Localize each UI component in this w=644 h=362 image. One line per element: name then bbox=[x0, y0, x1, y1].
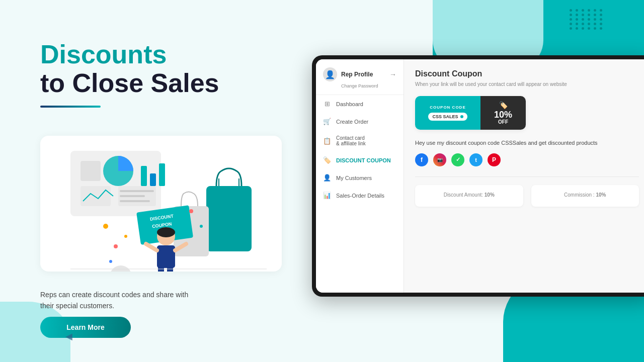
my-customers-icon: 👤 bbox=[323, 174, 331, 182]
svg-point-27 bbox=[114, 244, 118, 248]
svg-rect-8 bbox=[120, 190, 154, 192]
coupon-code-badge: CSS SALES bbox=[428, 113, 467, 121]
sidebar-item-discount-coupon[interactable]: 🏷️ DISCOUNT COUPON bbox=[316, 151, 404, 169]
change-password-link[interactable]: Change Password bbox=[341, 83, 396, 88]
coupon-left: COUPON CODE CSS SALES bbox=[415, 96, 480, 130]
stat-card-commission: Commission : 10% bbox=[531, 185, 639, 207]
divider bbox=[415, 176, 639, 177]
create-order-icon: 🛒 bbox=[323, 118, 331, 125]
discount-off: OFF bbox=[498, 119, 508, 125]
coupon-right: 🏷️ 10% OFF bbox=[480, 96, 526, 130]
discount-percent: 10% bbox=[494, 110, 512, 119]
svg-point-19 bbox=[157, 227, 175, 237]
page-title: Discount Coupon bbox=[415, 69, 639, 78]
discount-tag-icon: 🏷️ bbox=[499, 101, 508, 109]
sales-order-icon: 📊 bbox=[323, 192, 331, 199]
stats-row: Discount Amount: 10% Commission : 10% bbox=[415, 185, 639, 207]
dashboard-icon: ⊞ bbox=[323, 100, 331, 108]
svg-rect-9 bbox=[120, 195, 145, 197]
share-text: Hey use my discount coupon code CSSSales… bbox=[415, 139, 639, 147]
main-content: Discount Coupon When your link will be u… bbox=[404, 59, 644, 293]
coupon-code-text: CSS SALES bbox=[432, 114, 458, 119]
pinterest-icon[interactable]: P bbox=[488, 153, 501, 166]
svg-point-29 bbox=[189, 209, 193, 213]
stat-commission-label: Commission : 10% bbox=[539, 192, 631, 198]
my-customers-label: My Customers bbox=[336, 175, 372, 181]
sidebar-item-dashboard[interactable]: ⊞ Dashboard bbox=[316, 95, 404, 113]
title-colored: Discounts bbox=[40, 40, 292, 69]
svg-rect-1 bbox=[80, 161, 101, 181]
left-panel: Discounts to Close Sales bbox=[40, 40, 292, 120]
create-order-label: Create Order bbox=[336, 119, 368, 125]
coupon-label: COUPON CODE bbox=[430, 105, 465, 110]
svg-rect-5 bbox=[159, 163, 165, 186]
dots-decoration bbox=[570, 9, 604, 30]
left-arrow-icon: ◀ bbox=[65, 331, 72, 342]
svg-point-31 bbox=[109, 260, 112, 263]
badge-dot bbox=[460, 115, 463, 118]
description-text: Reps can create discount codes and share… bbox=[40, 289, 201, 312]
title-underline bbox=[40, 106, 101, 108]
tablet-inner: 👤 Rep Profile → Change Password ⊞ Dashbo… bbox=[316, 59, 644, 293]
dashboard-label: Dashboard bbox=[336, 101, 363, 107]
svg-rect-4 bbox=[150, 173, 156, 186]
sidebar-item-sales-order[interactable]: 📊 Sales-Order Details bbox=[316, 187, 404, 204]
discount-coupon-label: DISCOUNT COUPON bbox=[336, 157, 391, 163]
svg-rect-20 bbox=[157, 245, 175, 268]
instagram-icon[interactable]: 📷 bbox=[433, 153, 446, 166]
contact-card-label: Contact card& affiliate link bbox=[336, 135, 366, 146]
stat-discount-label: Discount Amount: 10% bbox=[423, 192, 515, 198]
profile-section: 👤 Rep Profile → Change Password bbox=[316, 59, 404, 95]
whatsapp-icon[interactable]: ✓ bbox=[451, 153, 464, 166]
app-sidebar: 👤 Rep Profile → Change Password ⊞ Dashbo… bbox=[316, 59, 404, 293]
svg-point-33 bbox=[110, 265, 132, 272]
twitter-icon[interactable]: t bbox=[469, 153, 482, 166]
sidebar-item-create-order[interactable]: 🛒 Create Order bbox=[316, 113, 404, 130]
sales-order-label: Sales-Order Details bbox=[336, 193, 384, 199]
cta-button[interactable]: Learn More bbox=[40, 317, 131, 338]
profile-name: Rep Profile bbox=[341, 71, 389, 78]
coupon-card: COUPON CODE CSS SALES 🏷️ 10% OFF bbox=[415, 96, 526, 130]
illustration-area: DISCOUNT COUPON % bbox=[40, 136, 282, 272]
svg-line-25 bbox=[146, 244, 157, 250]
discount-coupon-icon: 🏷️ bbox=[323, 156, 331, 164]
svg-point-32 bbox=[103, 224, 108, 229]
svg-rect-10 bbox=[120, 200, 150, 202]
title-dark: to Close Sales bbox=[40, 69, 292, 98]
svg-point-30 bbox=[200, 225, 203, 228]
contact-card-icon: 📋 bbox=[323, 137, 331, 145]
facebook-icon[interactable]: f bbox=[415, 153, 428, 166]
logout-icon[interactable]: → bbox=[389, 70, 396, 78]
page-subtitle: When your link will be used your contact… bbox=[415, 81, 639, 87]
tablet-frame: 👤 Rep Profile → Change Password ⊞ Dashbo… bbox=[312, 55, 644, 297]
svg-point-28 bbox=[124, 235, 127, 238]
profile-row: 👤 Rep Profile → bbox=[323, 67, 396, 81]
avatar: 👤 bbox=[323, 67, 337, 81]
svg-rect-11 bbox=[206, 186, 252, 251]
svg-rect-3 bbox=[141, 166, 147, 186]
sidebar-item-my-customers[interactable]: 👤 My Customers bbox=[316, 169, 404, 187]
sidebar-item-contact-card[interactable]: 📋 Contact card& affiliate link bbox=[316, 130, 404, 151]
stat-card-discount: Discount Amount: 10% bbox=[415, 185, 523, 207]
social-icons-row: f 📷 ✓ t P bbox=[415, 153, 639, 166]
svg-rect-6 bbox=[80, 186, 111, 206]
